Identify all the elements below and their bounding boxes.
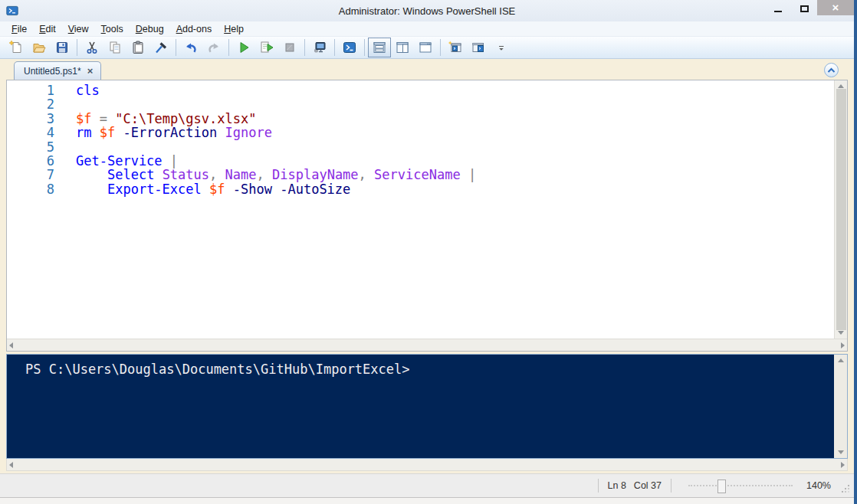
toolbar-overflow-icon [494, 40, 509, 55]
show-powershell-tab-button[interactable] [467, 38, 490, 57]
show-script-pane-right-icon [395, 40, 410, 55]
show-script-pane-maximized-button[interactable] [414, 38, 437, 57]
editor-vertical-scrollbar[interactable] [834, 80, 847, 339]
show-script-pane-top-button[interactable] [368, 38, 391, 57]
scroll-up-icon[interactable] [838, 84, 844, 88]
cut-icon [84, 40, 100, 55]
code-line[interactable]: 7 Select Status, Name, DisplayName, Serv… [7, 168, 834, 182]
menu-debug[interactable]: Debug [130, 22, 169, 36]
scroll-right-icon[interactable] [841, 342, 845, 349]
line-number: 3 [7, 112, 54, 126]
line-number: 7 [7, 168, 54, 182]
run-script-button[interactable] [232, 38, 255, 57]
toolbar-separator [77, 39, 77, 56]
paste-button[interactable] [126, 38, 149, 57]
toolbar-separator [440, 39, 441, 56]
toolbar-separator [176, 39, 176, 56]
new-powershell-tab-icon [448, 40, 463, 55]
code-line[interactable]: 4rm $f -ErrorAction Ignore [7, 126, 834, 139]
line-number: 2 [7, 97, 54, 111]
cursor-position: Ln 8 Col 37 [608, 480, 662, 491]
start-powershell-exe-button[interactable] [338, 38, 361, 57]
code-line[interactable]: 1cls [7, 83, 834, 97]
undo-button[interactable] [179, 38, 202, 57]
title-bar: Administrator: Windows PowerShell ISE × [0, 0, 854, 21]
undo-icon [183, 40, 199, 55]
chevron-up-icon [827, 67, 836, 74]
scroll-up-icon[interactable] [838, 358, 844, 362]
console-vertical-scrollbar[interactable] [834, 355, 847, 458]
window-title: Administrator: Windows PowerShell ISE [0, 5, 854, 17]
toolbar [0, 37, 854, 59]
toolbar-separator [228, 39, 229, 56]
maximize-icon [800, 5, 809, 12]
scroll-right-icon[interactable] [841, 462, 845, 468]
run-script-icon [236, 40, 251, 55]
script-editor-pane: 1cls23$f = "C:\Temp\gsv.xlsx"4rm $f -Err… [6, 80, 848, 352]
script-pane-collapse-button[interactable] [824, 63, 839, 77]
menu-tools[interactable]: Tools [96, 22, 129, 36]
code-line[interactable]: 5 [7, 140, 834, 154]
code-line[interactable]: 2 [7, 97, 834, 111]
open-script-button[interactable] [28, 38, 51, 57]
line-number: 5 [7, 140, 54, 154]
scrollbar-thumb[interactable] [836, 89, 846, 330]
maximize-button[interactable] [791, 0, 817, 17]
paste-icon [130, 40, 146, 55]
tab-untitled5[interactable]: Untitled5.ps1* × [14, 61, 101, 80]
toolbar-separator [364, 39, 365, 56]
scroll-down-icon[interactable] [838, 331, 844, 335]
tab-label: Untitled5.ps1* [24, 66, 81, 77]
new-remote-powershell-tab-icon [312, 40, 327, 55]
menu-bar: FileEditViewToolsDebugAdd-onsHelp [0, 21, 854, 37]
copy-icon [107, 40, 123, 55]
code-text: $f = "C:\Temp\gsv.xlsx" [76, 112, 256, 126]
copy-button[interactable] [103, 38, 126, 57]
start-powershell-exe-icon [342, 40, 357, 55]
console-horizontal-scrollbar[interactable] [6, 459, 848, 471]
menu-add-ons[interactable]: Add-ons [171, 22, 218, 36]
window-bottom-edge [0, 497, 854, 504]
stop-operation-button[interactable] [278, 38, 301, 57]
save-script-button[interactable] [51, 38, 74, 57]
new-powershell-tab-button[interactable] [444, 38, 467, 57]
editor-horizontal-scrollbar[interactable] [7, 339, 847, 351]
close-button[interactable]: × [817, 0, 854, 15]
open-script-icon [31, 40, 47, 55]
show-script-pane-top-icon [372, 40, 387, 55]
zoom-slider-thumb[interactable] [717, 479, 726, 493]
show-script-pane-right-button[interactable] [391, 38, 414, 57]
menu-view[interactable]: View [63, 22, 94, 36]
code-text: Select Status, Name, DisplayName, Servic… [76, 168, 476, 182]
minimize-icon [774, 11, 782, 12]
scroll-left-icon[interactable] [9, 342, 13, 349]
code-line[interactable]: 6Get-Service | [7, 154, 834, 168]
toolbar-overflow-button[interactable] [490, 38, 513, 57]
stop-operation-icon [282, 40, 297, 55]
code-line[interactable]: 8 Export-Excel $f -Show -AutoSize [7, 182, 834, 196]
code-line[interactable]: 3$f = "C:\Temp\gsv.xlsx" [7, 112, 834, 126]
menu-edit[interactable]: Edit [34, 22, 61, 36]
editor-code[interactable]: 1cls23$f = "C:\Temp\gsv.xlsx"4rm $f -Err… [7, 80, 834, 339]
resize-grip-icon[interactable] [840, 485, 849, 494]
cut-button[interactable] [80, 38, 103, 57]
status-separator [598, 479, 599, 493]
menu-file[interactable]: File [6, 22, 32, 36]
run-selection-button[interactable] [255, 38, 278, 57]
tab-close-icon[interactable]: × [87, 66, 94, 76]
menu-help[interactable]: Help [218, 22, 249, 36]
scroll-down-icon[interactable] [838, 450, 844, 454]
line-number: 1 [7, 83, 54, 97]
redo-button[interactable] [202, 38, 225, 57]
scroll-left-icon[interactable] [9, 462, 13, 468]
zoom-slider[interactable] [688, 485, 793, 486]
new-script-icon [8, 40, 24, 55]
clear-console-pane-button[interactable] [149, 38, 172, 57]
save-script-icon [54, 40, 70, 55]
minimize-button[interactable] [765, 0, 791, 17]
new-script-button[interactable] [5, 38, 28, 57]
new-remote-powershell-tab-button[interactable] [308, 38, 331, 57]
console-prompt[interactable]: PS C:\Users\Douglas\Documents\GitHub\Imp… [7, 355, 834, 458]
code-text: rm $f -ErrorAction Ignore [76, 126, 272, 139]
code-text: Export-Excel $f -Show -AutoSize [76, 182, 350, 196]
